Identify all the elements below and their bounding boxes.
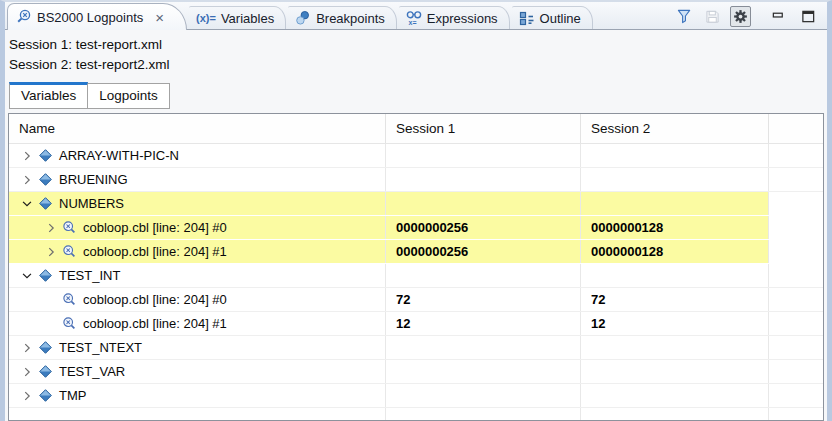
chevron-down-icon[interactable] [17, 196, 36, 212]
filter-icon[interactable] [674, 6, 695, 27]
minimize-icon[interactable] [768, 6, 789, 27]
table-row[interactable]: NUMBERS [9, 192, 823, 216]
chevron-right-icon[interactable] [17, 172, 36, 188]
save-icon [702, 6, 723, 27]
column-header-name[interactable]: Name [9, 114, 386, 143]
settings-gear-icon[interactable] [730, 6, 751, 27]
maximize-icon[interactable] [798, 6, 819, 27]
session1-value: 0000000256 [386, 240, 581, 263]
row-spacer [769, 240, 823, 263]
chevron-down-icon[interactable] [17, 268, 36, 284]
session2-value [581, 360, 769, 383]
table-row[interactable]: cobloop.cbl [line: 204] #1 0000000256 00… [9, 240, 823, 264]
session-1-label: Session 1: test-report.xml [9, 35, 827, 55]
session1-value [386, 336, 581, 359]
row-spacer [769, 336, 823, 359]
debug-view-window: BS2000 Logpoints × (x)= Variables Breakp… [0, 0, 832, 421]
row-spacer [769, 144, 823, 167]
table-row[interactable]: cobloop.cbl [line: 204] #0 72 72 [9, 288, 823, 312]
row-label: TEST_INT [59, 268, 120, 283]
view-toolbar [674, 6, 819, 27]
table-row[interactable]: cobloop.cbl [line: 204] #0 0000000256 00… [9, 216, 823, 240]
chevron-icon [41, 316, 60, 332]
view-tab-bar: BS2000 Logpoints × (x)= Variables Breakp… [5, 2, 827, 30]
tab-label: Variables [221, 11, 274, 26]
row-spacer [769, 360, 823, 383]
chevron-icon [41, 292, 60, 308]
session2-value [581, 384, 769, 407]
session1-value [386, 264, 581, 287]
table-row[interactable]: TEST_VAR [9, 360, 823, 384]
table-row[interactable]: cobloop.cbl [line: 204] #1 12 12 [9, 312, 823, 336]
table-row[interactable]: TMP [9, 384, 823, 408]
chevron-right-icon[interactable] [17, 148, 36, 164]
variable-icon [36, 148, 55, 164]
session1-value [386, 360, 581, 383]
tab-outline[interactable]: Outline [512, 6, 593, 29]
logpoint-icon [60, 220, 79, 236]
chevron-right-icon[interactable] [17, 340, 36, 356]
session1-value: 0000000256 [386, 216, 581, 239]
session2-value [581, 336, 769, 359]
logpoint-icon [60, 316, 79, 332]
row-label: TMP [59, 388, 86, 403]
outline-icon [519, 10, 535, 26]
variables-table: Name Session 1 Session 2 ARRAY-WITH-PIC-… [8, 113, 824, 421]
variable-icon [36, 196, 55, 212]
sub-tab-bar: Variables Logpoints [9, 82, 827, 109]
variable-icon [36, 388, 55, 404]
session1-value [386, 144, 581, 167]
variable-icon [36, 172, 55, 188]
session2-value [581, 264, 769, 287]
session-info: Session 1: test-report.xml Session 2: te… [5, 30, 827, 75]
variable-icon [36, 340, 55, 356]
subtab-logpoints[interactable]: Logpoints [88, 83, 170, 109]
table-empty-area [9, 408, 823, 420]
session2-value: 12 [581, 312, 769, 335]
logpoint-icon [60, 292, 79, 308]
row-label: TEST_VAR [59, 364, 125, 379]
variable-icon [36, 364, 55, 380]
table-row[interactable]: ARRAY-WITH-PIC-N [9, 144, 823, 168]
chevron-right-icon[interactable] [17, 388, 36, 404]
column-header-session1[interactable]: Session 1 [386, 114, 581, 143]
session1-value [386, 384, 581, 407]
session1-value [386, 168, 581, 191]
tab-label: Breakpoints [316, 11, 385, 26]
row-label: BRUENING [59, 172, 128, 187]
subtab-variables[interactable]: Variables [9, 82, 88, 109]
session2-value: 0000000128 [581, 240, 769, 263]
table-row[interactable]: TEST_NTEXT [9, 336, 823, 360]
table-header: Name Session 1 Session 2 [9, 114, 823, 144]
column-header-session2[interactable]: Session 2 [581, 114, 769, 143]
session2-value: 72 [581, 288, 769, 311]
variable-icon [36, 268, 55, 284]
row-spacer [769, 216, 823, 239]
row-label: cobloop.cbl [line: 204] #1 [83, 316, 227, 331]
expressions-icon: x= [406, 10, 422, 26]
table-row[interactable]: TEST_INT [9, 264, 823, 288]
row-spacer [769, 192, 823, 215]
close-icon[interactable]: × [155, 10, 164, 25]
tab-breakpoints[interactable]: Breakpoints [288, 6, 397, 29]
table-row[interactable]: BRUENING [9, 168, 823, 192]
tab-variables[interactable]: (x)= Variables [189, 6, 286, 29]
svg-text:x=: x= [408, 19, 416, 26]
tab-expressions[interactable]: x= Expressions [399, 6, 510, 29]
session1-value: 12 [386, 312, 581, 335]
row-label: ARRAY-WITH-PIC-N [59, 148, 179, 163]
tab-bs2000-logpoints[interactable]: BS2000 Logpoints × [7, 3, 187, 30]
session2-value: 0000000128 [581, 216, 769, 239]
row-label: TEST_NTEXT [59, 340, 142, 355]
row-label: cobloop.cbl [line: 204] #1 [83, 244, 227, 259]
logpoint-icon [60, 244, 79, 260]
chevron-right-icon[interactable] [41, 220, 60, 236]
chevron-right-icon[interactable] [17, 364, 36, 380]
row-spacer [769, 168, 823, 191]
row-spacer [769, 384, 823, 407]
row-spacer [769, 312, 823, 335]
row-label: NUMBERS [59, 196, 124, 211]
variables-icon: (x)= [196, 10, 216, 26]
row-spacer [769, 264, 823, 287]
chevron-right-icon[interactable] [41, 244, 60, 260]
